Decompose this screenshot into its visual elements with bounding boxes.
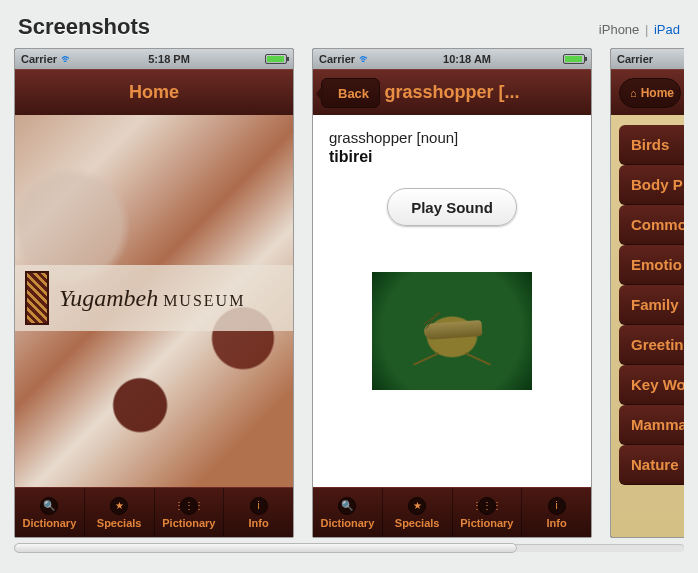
star-icon: ★	[408, 497, 426, 515]
list-item[interactable]: Birds	[619, 125, 684, 165]
nav-title: grasshopper [...	[384, 82, 519, 103]
tab-specials[interactable]: ★ Specials	[85, 488, 155, 537]
list-item[interactable]: Body P	[619, 165, 684, 205]
tab-bar: 🔍 Dictionary ★ Specials ⋮⋮⋮ Pictionary i…	[313, 487, 591, 537]
divider: |	[645, 22, 648, 37]
nav-bar: Home	[15, 69, 293, 115]
category-list[interactable]: Birds Body P Commo Emotio Family Greetin…	[619, 125, 684, 485]
carrier-label: Carrier	[617, 53, 653, 65]
tab-dictionary[interactable]: 🔍 Dictionary	[313, 488, 383, 537]
home-content: Yugambeh MUSEUM	[15, 115, 293, 487]
magnifier-icon: 🔍	[338, 497, 356, 515]
screenshot-strip[interactable]: Carrier ᯤ 5:18 PM Home Yugambeh MU	[14, 48, 684, 535]
list-item[interactable]: Family	[619, 285, 684, 325]
tab-ipad[interactable]: iPad	[654, 22, 680, 37]
info-icon: i	[250, 497, 268, 515]
nav-title: Home	[129, 82, 179, 103]
list-item[interactable]: Nature	[619, 445, 684, 485]
entry-content: grasshopper [noun] tibirei Play Sound	[313, 115, 591, 487]
home-icon: ⌂	[630, 87, 637, 99]
back-button[interactable]: Back	[321, 78, 380, 108]
tab-specials[interactable]: ★ Specials	[383, 488, 453, 537]
star-icon: ★	[110, 497, 128, 515]
screenshot-1: Carrier ᯤ 5:18 PM Home Yugambeh MU	[14, 48, 294, 538]
carrier-label: Carrier	[319, 53, 355, 65]
status-bar: Carrier ᯤ 10:18 AM	[313, 49, 591, 69]
clock: 5:18 PM	[148, 53, 190, 65]
grid-icon: ⋮⋮⋮	[478, 497, 496, 515]
status-bar: Carrier	[611, 49, 684, 69]
info-icon: i	[548, 497, 566, 515]
device-tabs: iPhone | iPad	[599, 22, 680, 37]
magnifier-icon: 🔍	[40, 497, 58, 515]
wifi-icon: ᯤ	[61, 52, 73, 66]
entry-photo	[372, 272, 532, 390]
tab-info[interactable]: i Info	[522, 488, 591, 537]
carrier-label: Carrier	[21, 53, 57, 65]
section-title: Screenshots	[18, 14, 150, 40]
tab-pictionary[interactable]: ⋮⋮⋮ Pictionary	[453, 488, 523, 537]
battery-icon	[563, 54, 585, 64]
rock-art-image: Yugambeh MUSEUM	[15, 115, 293, 487]
home-button[interactable]: ⌂ Home	[619, 78, 681, 108]
list-item[interactable]: Key Wo	[619, 365, 684, 405]
list-item[interactable]: Emotio	[619, 245, 684, 285]
battery-icon	[265, 54, 287, 64]
wifi-icon: ᯤ	[359, 52, 371, 66]
screenshot-2: Carrier ᯤ 10:18 AM Back grasshopper [...…	[312, 48, 592, 538]
horizontal-scrollbar[interactable]	[14, 541, 684, 555]
tab-bar: 🔍 Dictionary ★ Specials ⋮⋮⋮ Pictionary i…	[15, 487, 293, 537]
clock: 10:18 AM	[443, 53, 491, 65]
entry-native-word: tibirei	[329, 148, 575, 166]
tab-pictionary[interactable]: ⋮⋮⋮ Pictionary	[155, 488, 225, 537]
museum-name: Yugambeh MUSEUM	[59, 285, 245, 312]
nav-bar: Back grasshopper [...	[313, 69, 591, 115]
list-item[interactable]: Mamma	[619, 405, 684, 445]
category-content: Birds Body P Commo Emotio Family Greetin…	[611, 115, 684, 537]
tab-iphone[interactable]: iPhone	[599, 22, 639, 37]
grid-icon: ⋮⋮⋮	[180, 497, 198, 515]
entry-headword: grasshopper [noun]	[329, 129, 575, 146]
play-sound-button[interactable]: Play Sound	[387, 188, 517, 226]
nav-bar: ⌂ Home	[611, 69, 684, 115]
museum-banner: Yugambeh MUSEUM	[15, 265, 293, 331]
museum-logo-icon	[25, 271, 49, 325]
tab-info[interactable]: i Info	[224, 488, 293, 537]
tab-dictionary[interactable]: 🔍 Dictionary	[15, 488, 85, 537]
list-item[interactable]: Commo	[619, 205, 684, 245]
scrollbar-thumb[interactable]	[14, 543, 517, 553]
list-item[interactable]: Greetin	[619, 325, 684, 365]
screenshot-3: Carrier ⌂ Home Birds Body P Commo Emotio…	[610, 48, 684, 538]
status-bar: Carrier ᯤ 5:18 PM	[15, 49, 293, 69]
